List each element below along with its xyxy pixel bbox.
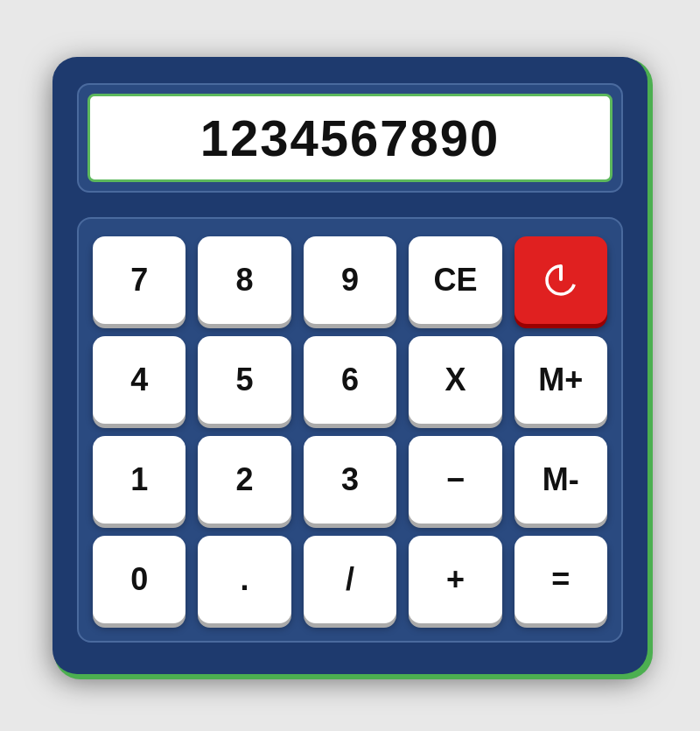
button-row-0: 789CE xyxy=(93,236,607,324)
button-row-1: 456XM+ xyxy=(93,336,607,424)
btn-0[interactable]: 0 xyxy=(93,536,186,623)
btn-ce[interactable]: CE xyxy=(409,236,501,324)
btn-dot[interactable]: . xyxy=(198,536,290,623)
btn-3[interactable]: 3 xyxy=(304,436,396,524)
btn-divide[interactable]: / xyxy=(304,536,396,623)
btn-9[interactable]: 9 xyxy=(304,236,396,324)
btn-multiply[interactable]: X xyxy=(409,336,501,424)
calculator: 1234567890 789CE 456XM+123−M-0./+= xyxy=(52,57,648,674)
btn-4[interactable]: 4 xyxy=(93,336,186,424)
button-row-3: 0./+= xyxy=(93,536,607,623)
btn-1[interactable]: 1 xyxy=(93,436,186,524)
display: 1234567890 xyxy=(88,94,612,182)
btn-5[interactable]: 5 xyxy=(198,336,290,424)
btn-7[interactable]: 7 xyxy=(93,236,186,324)
btn-plus[interactable]: + xyxy=(409,536,501,623)
btn-8[interactable]: 8 xyxy=(198,236,290,324)
btn-6[interactable]: 6 xyxy=(304,336,396,424)
btn-mminus[interactable]: M- xyxy=(514,436,607,524)
btn-2[interactable]: 2 xyxy=(198,436,290,524)
power-icon xyxy=(541,260,581,300)
buttons-area: 789CE 456XM+123−M-0./+= xyxy=(77,217,623,643)
btn-mplus[interactable]: M+ xyxy=(514,336,607,424)
btn-power[interactable] xyxy=(514,236,607,324)
btn-minus[interactable]: − xyxy=(409,436,501,524)
button-row-2: 123−M- xyxy=(93,436,607,524)
btn-equals[interactable]: = xyxy=(514,536,607,623)
display-wrapper: 1234567890 xyxy=(77,83,623,193)
